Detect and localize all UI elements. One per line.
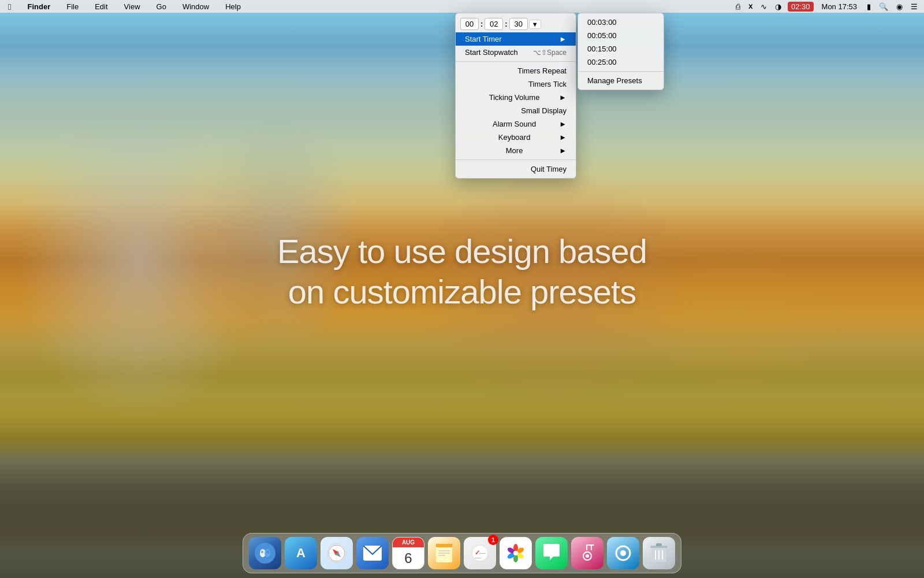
svg-rect-41 <box>656 543 662 546</box>
desktop-text-line2: on customizable presets <box>202 272 722 312</box>
dropdown-container: 00 : 02 : 30 ▼ Start Timer ► Start Stopw… <box>455 13 664 179</box>
dock-item-itunes[interactable] <box>571 537 603 569</box>
avatar-icon[interactable]: ◉ <box>895 2 904 11</box>
hours-input[interactable]: 00 <box>460 18 479 30</box>
dock-item-calendar[interactable]: AUG 6 <box>392 537 424 569</box>
submenu-arrow-alarm: ► <box>559 120 567 128</box>
reminders-badge: 1 <box>488 535 498 545</box>
submenu-arrow-ticking: ► <box>559 93 567 102</box>
preset-5min[interactable]: 00:05:00 <box>578 29 664 42</box>
minutes-input[interactable]: 02 <box>485 18 503 30</box>
window-menu[interactable]: Window <box>179 1 213 12</box>
svg-rect-16 <box>436 544 452 547</box>
timer-display[interactable]: 02:30 <box>788 2 814 12</box>
screenshot-icon[interactable]: ⎙ <box>734 2 742 11</box>
svg-point-32 <box>586 554 589 558</box>
time-dropdown-button[interactable]: ▼ <box>529 20 541 29</box>
preset-25min[interactable]: 00:25:00 <box>578 55 664 69</box>
calendar-month: AUG <box>393 538 424 547</box>
dock-item-appstore[interactable]: A <box>285 537 317 569</box>
dock-item-notes[interactable] <box>428 537 460 569</box>
svg-point-38 <box>620 550 626 556</box>
main-menu: 00 : 02 : 30 ▼ Start Timer ► Start Stopw… <box>455 13 576 179</box>
dock-item-safari[interactable] <box>321 537 353 569</box>
help-menu[interactable]: Help <box>222 1 244 12</box>
dock-item-reminders[interactable]: ✓ — — 1 <box>464 537 496 569</box>
notifications-icon[interactable]: ☰ <box>909 2 919 11</box>
menubar-right: ⎙ ⅹ ∿ ◑ 02:30 Mon 17:53 ▮ 🔍 ◉ ☰ <box>734 1 919 12</box>
apple-menu[interactable]:  <box>5 1 14 13</box>
svg-text:A: A <box>296 546 305 560</box>
colon-2: : <box>505 20 507 28</box>
volume-icon[interactable]: ◑ <box>773 2 783 11</box>
view-menu[interactable]: View <box>121 1 144 12</box>
preset-3min[interactable]: 00:03:00 <box>578 16 664 29</box>
separator-1 <box>456 61 576 62</box>
dock-item-messages[interactable] <box>535 537 568 569</box>
menubar:  Finder File Edit View Go Window Help ⎙… <box>0 0 924 13</box>
submenu-arrow-more: ► <box>559 146 567 155</box>
search-icon[interactable]: 🔍 <box>877 2 890 11</box>
preset-separator <box>578 71 664 72</box>
dock-item-photos[interactable] <box>500 537 532 569</box>
dock-item-mail[interactable] <box>356 537 389 569</box>
file-menu[interactable]: File <box>63 1 82 12</box>
menu-item-start-stopwatch[interactable]: Start Stopwatch ⌥⇧Space <box>456 46 576 59</box>
submenu-arrow-keyboard: ► <box>559 133 567 142</box>
svg-rect-36 <box>586 544 587 550</box>
menu-item-small-display[interactable]: Small Display <box>456 104 576 117</box>
desktop: Easy to use design based on customizable… <box>0 0 924 578</box>
svg-point-4 <box>264 549 270 557</box>
seconds-input[interactable]: 30 <box>509 18 528 30</box>
edit-menu[interactable]: Edit <box>91 1 111 12</box>
wifi-icon[interactable]: ∿ <box>759 2 769 11</box>
svg-point-3 <box>262 551 263 553</box>
dock: A AUG 6 <box>243 533 681 573</box>
calendar-day: 6 <box>404 547 412 569</box>
svg-rect-34 <box>591 544 592 550</box>
start-timer-submenu: 00:03:00 00:05:00 00:15:00 00:25:00 Mana… <box>578 13 664 90</box>
svg-text:—: — <box>475 554 481 561</box>
preset-15min[interactable]: 00:15:00 <box>578 42 664 55</box>
go-menu[interactable]: Go <box>153 1 170 12</box>
colon-1: : <box>480 20 483 28</box>
battery-icon[interactable]: ▮ <box>865 2 873 11</box>
desktop-text-line1: Easy to use design based <box>202 231 722 272</box>
menu-item-timers-tick[interactable]: Timers Tick <box>456 77 576 91</box>
menu-item-timers-repeat[interactable]: Timers Repeat <box>456 64 576 77</box>
menu-item-keyboard[interactable]: Keyboard ► <box>456 131 576 144</box>
timer-input-row: 00 : 02 : 30 ▼ <box>456 16 576 32</box>
dock-item-creativesuite[interactable] <box>607 537 639 569</box>
manage-presets-button[interactable]: Manage Presets <box>578 74 664 87</box>
dock-item-trash[interactable] <box>643 537 675 569</box>
desktop-text: Easy to use design based on customizable… <box>202 231 722 312</box>
separator-2 <box>456 160 576 160</box>
menubar-left:  Finder File Edit View Go Window Help <box>5 1 734 13</box>
stopwatch-shortcut: ⌥⇧Space <box>533 49 567 57</box>
svg-point-6 <box>267 551 269 553</box>
menu-item-ticking-volume[interactable]: Ticking Volume ► <box>456 91 576 104</box>
menu-item-alarm-sound[interactable]: Alarm Sound ► <box>456 117 576 131</box>
finder-menu[interactable]: Finder <box>24 1 54 12</box>
dock-item-finder[interactable] <box>249 537 281 569</box>
bluetooth-icon[interactable]: ⅹ <box>747 2 754 10</box>
menu-item-quit-timey[interactable]: Quit Timey <box>456 162 576 176</box>
svg-point-30 <box>513 551 518 555</box>
datetime-display[interactable]: Mon 17:53 <box>818 1 860 12</box>
menu-item-start-timer[interactable]: Start Timer ► <box>456 32 576 46</box>
submenu-arrow-start-timer: ► <box>559 35 567 43</box>
menu-item-more[interactable]: More ► <box>456 144 576 157</box>
